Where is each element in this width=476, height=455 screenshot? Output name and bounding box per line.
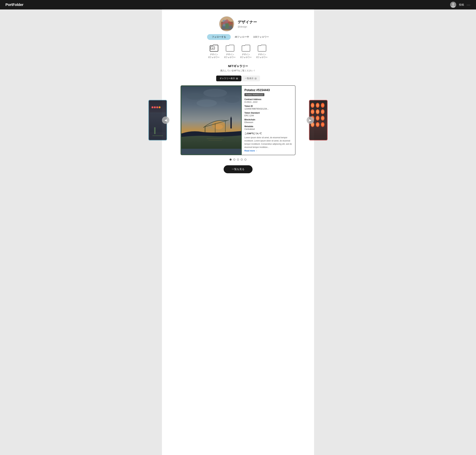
profile-info: デザイナー @design: [238, 20, 257, 28]
list-view-label: 一覧表示: [245, 77, 254, 80]
follow-row: フォローする 46フォロー中 103フォロワー: [207, 34, 269, 40]
avatar-image: [219, 16, 234, 31]
folder-item[interactable]: デザイン0フォロワー: [240, 44, 252, 59]
metadata-label: Metadata: [244, 125, 292, 128]
gallery-title: NFTギャラリー: [172, 64, 304, 68]
about-label: このNFTについて: [244, 132, 292, 135]
svg-point-12: [186, 93, 203, 100]
svg-point-13: [203, 89, 227, 97]
profile-top: デザイナー @design: [219, 16, 257, 32]
svg-point-14: [224, 97, 240, 103]
contract-address-label: Contract Address: [244, 98, 292, 101]
folders-row: NFT デザイン0フォロワー デザイン0フォロワー: [208, 44, 268, 59]
token-id-field: Token ID 12345678987654321234...: [244, 105, 292, 110]
navbar: PortFolder 投稿 ···: [0, 0, 476, 9]
dot-4[interactable]: [241, 159, 243, 161]
folder-label-4: デザイン0フォロワー: [256, 53, 268, 59]
gallery-view-label: ギャラリー表示: [220, 77, 235, 80]
page-wrapper: デザイナー @design フォローする 46フォロー中 103フォロワー NF…: [162, 9, 314, 455]
followers-count: 103フォロワー: [253, 35, 269, 39]
svg-point-1: [452, 3, 454, 5]
svg-text:NFT: NFT: [212, 48, 214, 49]
folder-item[interactable]: デザイン0フォロワー: [224, 44, 236, 59]
gallery-view-icon: ⊞: [236, 77, 238, 80]
view-all-button[interactable]: 一覧を見る: [224, 165, 253, 173]
folder-item[interactable]: NFT デザイン0フォロワー: [208, 44, 220, 59]
nft-image: [181, 86, 242, 155]
svg-rect-22: [230, 118, 232, 129]
chevron-left-icon: ◀: [164, 118, 167, 122]
list-view-button[interactable]: 一覧表示 ⊟: [241, 76, 260, 81]
folder-nft-icon: NFT: [209, 44, 219, 52]
dot-2[interactable]: [233, 159, 235, 161]
profile-name: デザイナー: [238, 20, 257, 25]
logo: PortFolder: [5, 2, 23, 7]
token-standard-value: ERC-1244: [244, 114, 292, 117]
about-text: Lorem ipsum dolor sit amet, do eiusmod t…: [244, 136, 292, 149]
profile-avatar: [219, 16, 234, 32]
svg-point-15: [197, 99, 217, 107]
blockchain-value: Ethereum: [244, 121, 292, 123]
view-all-row: 一覧を見る: [172, 165, 304, 173]
chevron-right-icon: ▶: [309, 118, 312, 122]
token-standard-field: Token Standard ERC-1244: [244, 112, 292, 117]
gallery-view-button[interactable]: ギャラリー表示 ⊞: [216, 76, 241, 81]
post-button[interactable]: 投稿: [459, 3, 464, 6]
profile-handle: @design: [238, 25, 257, 28]
gallery-section: NFTギャラリー 購入しているNFTをご覧ください！ ギャラリー表示 ⊞ 一覧表…: [172, 64, 304, 173]
carousel-outer: ◀: [172, 85, 304, 155]
svg-point-17: [214, 124, 223, 129]
svg-rect-8: [225, 23, 229, 28]
contract-address-value: 0×2913...2222: [244, 101, 292, 103]
main-card: Potatoz #5154443 Potatoz #544321112 Cont…: [181, 85, 295, 155]
folder-icon-2: [225, 44, 235, 52]
profile-section: デザイナー @design フォローする 46フォロー中 103フォロワー NF…: [172, 16, 304, 59]
token-standard-label: Token Standard: [244, 112, 292, 114]
avatar[interactable]: [450, 2, 456, 8]
folder-icon-4: [257, 44, 267, 52]
metadata-value: Centralized: [244, 128, 292, 130]
nft-info-panel: Potatoz #5154443 Potatoz #544321112 Cont…: [242, 86, 295, 155]
nft-title: Potatoz #5154443: [244, 88, 292, 92]
follow-button[interactable]: フォローする: [207, 34, 231, 40]
token-id-value: 12345678987654321234...: [244, 108, 292, 110]
token-id-label: Token ID: [244, 105, 292, 107]
blockchain-label: Blockchain: [244, 119, 292, 121]
metadata-field: Metadata Centralized: [244, 125, 292, 130]
more-icon[interactable]: ···: [467, 3, 471, 7]
nft-subtitle-badge: Potatoz #544321112: [244, 93, 264, 96]
folder-label-2: デザイン0フォロワー: [224, 53, 236, 59]
dot-5[interactable]: [244, 159, 246, 161]
navbar-right: 投稿 ···: [450, 2, 471, 8]
folder-item[interactable]: デザイン0フォロワー: [256, 44, 268, 59]
contract-address-field: Contract Address 0×2913...2222: [244, 98, 292, 103]
blockchain-field: Blockchain Ethereum: [244, 119, 292, 123]
carousel-prev-button[interactable]: ◀: [162, 116, 169, 124]
dot-1[interactable]: [230, 159, 232, 161]
view-toggle: ギャラリー表示 ⊞ 一覧表示 ⊟: [172, 76, 304, 81]
carousel-dots: [172, 159, 304, 161]
list-view-icon: ⊟: [254, 77, 257, 80]
folder-label-3: デザイン0フォロワー: [240, 53, 252, 59]
following-count: 46フォロー中: [235, 35, 249, 39]
read-more-link[interactable]: Read more →: [244, 150, 257, 152]
dot-3[interactable]: [237, 159, 239, 161]
folder-label-1: デザイン0フォロワー: [208, 53, 220, 59]
folder-icon-3: [241, 44, 251, 52]
gallery-subtitle: 購入しているNFTをご覧ください！: [172, 69, 304, 72]
